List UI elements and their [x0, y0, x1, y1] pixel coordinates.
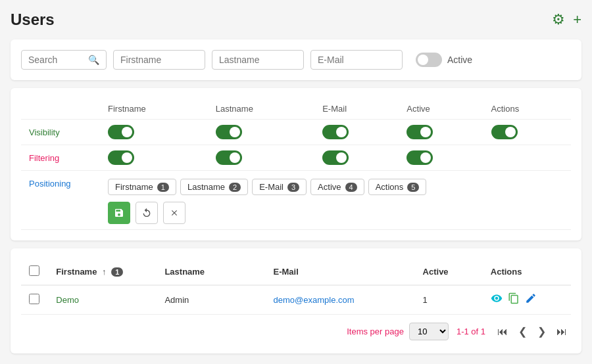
toggle-slider — [416, 53, 442, 67]
pos-tag-email-badge: 3 — [287, 183, 299, 192]
page-nav: ⏮ ❮ ❯ ⏭ — [493, 323, 571, 340]
select-all-checkbox[interactable] — [29, 265, 39, 276]
pos-tag-active-badge: 4 — [345, 183, 357, 192]
filtering-row: Filtering — [21, 145, 571, 171]
reset-icon — [141, 208, 152, 218]
lastname-filter[interactable] — [212, 50, 304, 70]
page-info: 1-1 of 1 — [456, 327, 485, 336]
positioning-label: Positioning — [21, 171, 100, 230]
header-checkbox-cell — [21, 259, 48, 285]
col-active-label: Active — [423, 267, 449, 277]
table-row: Demo Admin demo@example.com 1 — [21, 285, 571, 315]
filtering-firstname-cell — [100, 145, 208, 171]
search-row: 🔍 Active — [21, 50, 571, 70]
col-header-actions: Actions — [483, 99, 572, 120]
filtering-lastname-toggle[interactable] — [216, 150, 242, 165]
visibility-lastname-cell — [208, 120, 314, 145]
col-actions-label: Actions — [491, 267, 522, 277]
data-table-body: Demo Admin demo@example.com 1 — [21, 285, 571, 315]
col-header-email: E-Mail — [314, 99, 399, 120]
active-filter-group: Active — [416, 53, 472, 67]
col-header-firstname[interactable]: Firstname ↑ 1 — [48, 259, 157, 285]
active-label: Active — [447, 55, 472, 65]
copy-icon[interactable] — [508, 292, 520, 307]
pagination-row: Items per page 10 25 50 100 1-1 of 1 ⏮ ❮… — [21, 315, 571, 343]
data-table-header-row: Firstname ↑ 1 Lastname E-Mail Active Act… — [21, 259, 571, 285]
save-positioning-button[interactable] — [108, 202, 130, 224]
first-page-button[interactable]: ⏮ — [493, 323, 512, 340]
visibility-lastname-toggle[interactable] — [216, 125, 242, 139]
visibility-firstname-toggle[interactable] — [108, 125, 134, 139]
row-checkbox[interactable] — [29, 294, 39, 304]
next-page-button[interactable]: ❯ — [533, 323, 550, 340]
data-table: Firstname ↑ 1 Lastname E-Mail Active Act… — [21, 259, 571, 315]
pos-tag-email[interactable]: E-Mail 3 — [252, 179, 307, 195]
filtering-lastname-cell — [208, 145, 314, 171]
settings-header-row: Firstname Lastname E-Mail Active Actions — [21, 99, 571, 120]
row-firstname[interactable]: Demo — [48, 285, 157, 315]
visibility-actions-cell — [483, 120, 572, 145]
positioning-content-cell: Firstname 1 Lastname 2 E-Mail 3 Active — [100, 171, 571, 230]
sort-badge: 1 — [111, 267, 123, 277]
active-toggle[interactable] — [416, 53, 442, 67]
items-per-page-group: Items per page 10 25 50 100 — [347, 323, 449, 340]
pos-tag-firstname[interactable]: Firstname 1 — [108, 179, 176, 195]
row-checkbox-cell — [21, 285, 48, 315]
search-input[interactable] — [28, 55, 86, 65]
row-action-icons — [491, 292, 563, 307]
email-filter[interactable] — [310, 50, 403, 70]
pos-tag-actions-badge: 5 — [407, 183, 419, 192]
pos-tag-lastname-label: Lastname — [187, 182, 225, 192]
firstname-filter[interactable] — [113, 50, 205, 70]
page-header: Users ⚙ + — [11, 11, 581, 29]
col-header-firstname: Firstname — [100, 99, 208, 120]
cancel-icon — [170, 208, 179, 217]
col-email-label: E-Mail — [274, 267, 299, 277]
positioning-row: Positioning Firstname 1 Lastname 2 E-Mai… — [21, 171, 571, 230]
col-header-actions: Actions — [483, 259, 571, 285]
items-per-page-label: Items per page — [347, 327, 404, 336]
filtering-firstname-toggle[interactable] — [108, 150, 134, 165]
filtering-active-cell — [399, 145, 483, 171]
search-box[interactable]: 🔍 — [21, 50, 107, 70]
plus-icon[interactable]: + — [573, 11, 581, 28]
pos-tag-email-label: E-Mail — [259, 182, 284, 192]
visibility-active-toggle[interactable] — [407, 125, 433, 139]
col-header-email: E-Mail — [266, 259, 415, 285]
pos-tag-lastname-badge: 2 — [229, 183, 241, 192]
pos-tag-firstname-label: Firstname — [115, 182, 153, 192]
filtering-label: Filtering — [21, 145, 100, 171]
col-firstname-label: Firstname — [56, 267, 97, 277]
visibility-row: Visibility — [21, 120, 571, 145]
visibility-email-toggle[interactable] — [322, 125, 349, 139]
col-header-lastname: Lastname — [208, 99, 314, 120]
col-header-active: Active — [415, 259, 483, 285]
filtering-email-toggle[interactable] — [322, 150, 349, 165]
visibility-actions-toggle[interactable] — [491, 125, 518, 139]
row-lastname: Admin — [157, 285, 265, 315]
last-page-button[interactable]: ⏭ — [553, 323, 571, 340]
filtering-email-cell — [314, 145, 399, 171]
col-header-empty — [21, 99, 100, 120]
search-icon: 🔍 — [88, 55, 99, 65]
row-email[interactable]: demo@example.com — [266, 285, 415, 315]
view-icon[interactable] — [491, 292, 503, 307]
pos-tag-active[interactable]: Active 4 — [310, 179, 364, 195]
pos-tag-lastname[interactable]: Lastname 2 — [180, 179, 248, 195]
visibility-firstname-cell — [100, 120, 208, 145]
row-actions-cell — [483, 285, 571, 315]
settings-table: Firstname Lastname E-Mail Active Actions… — [21, 99, 571, 230]
filtering-active-toggle[interactable] — [407, 150, 433, 165]
reset-positioning-button[interactable] — [136, 202, 158, 224]
search-card: 🔍 Active — [11, 39, 581, 80]
pos-tag-firstname-badge: 1 — [157, 183, 169, 192]
prev-page-button[interactable]: ❮ — [514, 323, 531, 340]
visibility-active-cell — [399, 120, 483, 145]
visibility-email-cell — [314, 120, 399, 145]
pos-tag-actions[interactable]: Actions 5 — [368, 179, 427, 195]
gear-icon[interactable]: ⚙ — [552, 11, 565, 28]
edit-icon[interactable] — [525, 292, 537, 307]
col-lastname-label: Lastname — [164, 267, 205, 277]
cancel-positioning-button[interactable] — [163, 202, 185, 224]
per-page-select[interactable]: 10 25 50 100 — [409, 323, 449, 340]
